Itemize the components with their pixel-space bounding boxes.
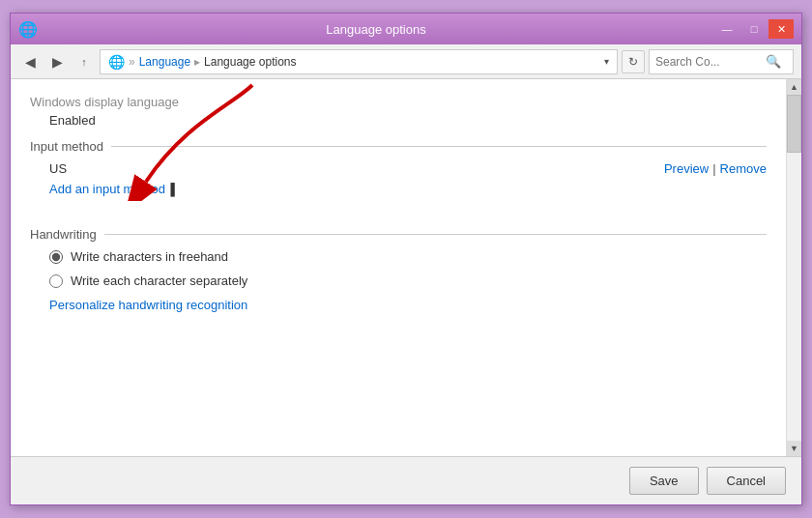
address-path: 🌐 » Language ▸ Language options ▾ xyxy=(100,49,618,74)
radio-separate-label: Write each character separately xyxy=(71,273,247,288)
search-box: 🔍 xyxy=(649,49,794,74)
preview-remove: Preview | Remove xyxy=(664,161,767,176)
path-separator-2: ▸ xyxy=(194,55,200,69)
radio-freehand-option: Write characters in freehand xyxy=(49,249,767,264)
windows-display-label: Windows display language xyxy=(30,95,767,109)
scrollbar-up-button[interactable]: ▲ xyxy=(787,79,802,95)
radio-separate[interactable] xyxy=(49,274,63,288)
handwriting-header: Handwriting xyxy=(30,227,767,242)
refresh-button[interactable]: ↻ xyxy=(622,50,645,73)
path-dropdown-button[interactable]: ▾ xyxy=(604,56,609,67)
preview-link[interactable]: Preview xyxy=(664,161,709,176)
enabled-text: Enabled xyxy=(49,113,767,128)
save-button[interactable]: Save xyxy=(629,467,699,495)
cursor-icon: ▌ xyxy=(171,183,180,196)
path-separator-1: » xyxy=(129,55,135,69)
up-button[interactable]: ↑ xyxy=(72,50,96,73)
radio-freehand[interactable] xyxy=(49,250,63,264)
input-method-label: Input method xyxy=(30,139,103,154)
input-method-header: Input method xyxy=(30,139,767,154)
path-language-link[interactable]: Language xyxy=(139,55,190,69)
input-method-section: Input method US Preview | Remove Add an … xyxy=(30,139,767,212)
scrollbar-down-button[interactable]: ▼ xyxy=(787,441,802,456)
radio-freehand-label: Write characters in freehand xyxy=(71,249,228,264)
language-options-window: 🌐 Language options — □ ✕ ◀ ▶ ↑ 🌐 » Langu… xyxy=(10,13,802,505)
title-bar: 🌐 Language options — □ ✕ xyxy=(11,14,801,44)
forward-button[interactable]: ▶ xyxy=(45,50,69,73)
content-area: Windows display language Enabled Input m… xyxy=(11,79,801,456)
us-row: US Preview | Remove xyxy=(49,161,767,176)
back-button[interactable]: ◀ xyxy=(18,50,42,73)
title-bar-left: 🌐 xyxy=(18,20,38,39)
handwriting-label: Handwriting xyxy=(30,227,97,242)
search-icon: 🔍 xyxy=(766,54,781,69)
bottom-bar: Save Cancel xyxy=(11,456,801,504)
separator: | xyxy=(712,161,715,176)
radio-separate-option: Write each character separately xyxy=(49,273,767,288)
search-input[interactable] xyxy=(655,55,762,69)
close-button[interactable]: ✕ xyxy=(768,19,794,39)
add-input-container: Add an input method ▌ xyxy=(49,182,179,212)
main-content: Windows display language Enabled Input m… xyxy=(11,79,786,456)
remove-link[interactable]: Remove xyxy=(720,161,767,176)
us-label: US xyxy=(49,161,67,176)
cancel-button[interactable]: Cancel xyxy=(707,467,786,495)
path-icon: 🌐 xyxy=(108,54,125,70)
personalize-link[interactable]: Personalize handwriting recognition xyxy=(49,298,247,312)
handwriting-content: Write characters in freehand Write each … xyxy=(49,249,767,312)
windows-display-section: Windows display language Enabled xyxy=(30,95,767,128)
address-bar: ◀ ▶ ↑ 🌐 » Language ▸ Language options ▾ … xyxy=(11,44,801,79)
path-current: Language options xyxy=(204,55,296,69)
add-input-link[interactable]: Add an input method xyxy=(49,182,165,196)
maximize-button[interactable]: □ xyxy=(741,19,767,39)
scrollbar-thumb[interactable] xyxy=(787,95,801,153)
title-bar-title: Language options xyxy=(38,22,714,37)
minimize-button[interactable]: — xyxy=(714,19,740,39)
input-method-content: US Preview | Remove Add an input method … xyxy=(49,161,767,212)
scrollbar-track xyxy=(787,95,801,441)
window-icon: 🌐 xyxy=(18,20,38,39)
scrollbar: ▲ ▼ xyxy=(786,79,801,456)
title-bar-controls: — □ ✕ xyxy=(714,19,794,39)
handwriting-section: Handwriting Write characters in freehand… xyxy=(30,227,767,312)
